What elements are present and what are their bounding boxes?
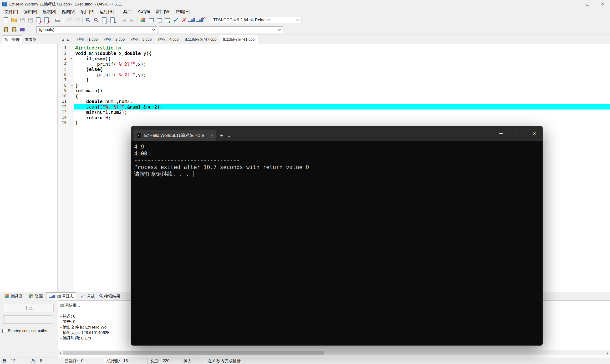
menu-window[interactable]: 窗口[W] — [153, 8, 173, 15]
code-line-12[interactable]: 12 scanf("%lf%lf",&num1,&num2); — [58, 104, 610, 110]
menu-help[interactable]: 帮助[H] — [173, 8, 192, 15]
report-tab-debug[interactable]: 调试 — [77, 292, 97, 300]
menu-view[interactable]: 视图[V] — [59, 8, 78, 15]
goto-line-button[interactable] — [108, 16, 117, 24]
console-close-button[interactable] — [526, 126, 542, 141]
compile-and-run-button[interactable] — [163, 16, 171, 24]
close-file-button[interactable] — [34, 16, 42, 24]
editor-tab-4[interactable]: 作业五4.cpp — [155, 35, 182, 44]
editor-tab-6[interactable]: 9.11编程练习1.cpp — [220, 35, 258, 44]
console-window[interactable]: E:\Hello World\9.11编程练习1.e + 4 94.00----… — [131, 126, 543, 346]
open-file-button[interactable] — [10, 16, 18, 24]
back-button[interactable] — [120, 16, 128, 24]
token: void — [75, 51, 86, 56]
compiler-combobox[interactable]: TDM-GCC 4.9.2 64-bit Release — [211, 17, 301, 23]
delete-profiling-button[interactable] — [196, 16, 204, 24]
print-button[interactable] — [54, 16, 62, 24]
code-line-15[interactable]: 15} — [58, 120, 610, 126]
abort-button[interactable]: 中止 — [4, 304, 54, 312]
code-line-10[interactable]: 10{ — [58, 93, 610, 99]
editor-tab-2[interactable]: 作业五2.cpp — [101, 35, 128, 44]
code-line-7[interactable]: 7 } — [58, 77, 610, 83]
editor-tab-3[interactable]: 作业五3.cpp — [128, 35, 155, 44]
editor-tab-5[interactable]: 8.11编程练习7.cpp — [182, 35, 220, 44]
debug-button[interactable] — [171, 16, 179, 24]
goto-definition-button[interactable] — [10, 26, 18, 34]
report-tab-resources[interactable]: 资源 — [26, 293, 45, 300]
find-in-files-button[interactable] — [100, 16, 108, 24]
console-maximize-button[interactable] — [509, 126, 526, 141]
menu-search[interactable]: 搜索[S] — [40, 8, 59, 15]
tab-scroll-left-button[interactable]: ◀ — [60, 38, 66, 43]
class-browser-button[interactable] — [18, 26, 26, 34]
save-all-button[interactable] — [26, 16, 34, 24]
console-minimize-button[interactable] — [492, 126, 509, 141]
menu-edit[interactable]: 编辑[E] — [21, 8, 40, 15]
report-tab-search-results[interactable]: 搜索结果 — [98, 293, 123, 300]
fold-marker[interactable] — [68, 56, 74, 61]
globals-combobox-dropdown-button[interactable] — [150, 27, 157, 33]
replace-button[interactable] — [92, 16, 100, 24]
save-button[interactable] — [18, 16, 26, 24]
code-line-8[interactable]: 8} — [58, 83, 610, 88]
code-line-3[interactable]: 3 if(x<=y){ — [58, 56, 610, 61]
menu-file[interactable]: 文件[F] — [2, 8, 21, 15]
fold-marker[interactable] — [68, 51, 74, 56]
sidebar-tab-project[interactable]: 项目管理 — [2, 36, 22, 44]
code-line-6[interactable]: 6 printf("%.2lf",y); — [58, 72, 610, 78]
console-tab[interactable]: E:\Hello World\9.11编程练习1.e — [134, 130, 216, 141]
report-tab-compile-log[interactable]: 编译日志 — [46, 292, 76, 300]
rebuild-all-button[interactable] — [155, 16, 163, 24]
close-all-button[interactable] — [42, 16, 51, 24]
redo-button[interactable] — [73, 16, 81, 24]
find-button[interactable] — [84, 16, 92, 24]
members-combobox-dropdown-button[interactable] — [276, 27, 283, 33]
menu-project[interactable]: 项目[P] — [78, 8, 97, 15]
code-line-9[interactable]: 9int main() — [58, 88, 610, 93]
code-line-14[interactable]: 14 return 0; — [58, 115, 610, 120]
console-new-tab-button[interactable]: + — [220, 132, 224, 139]
profile-button[interactable] — [188, 16, 196, 24]
run-button[interactable] — [147, 16, 155, 24]
compile-button[interactable] — [139, 16, 147, 24]
menu-astyle[interactable]: AStyle — [135, 8, 153, 15]
code-line-4[interactable]: 4 printf("%.2lf",x); — [58, 61, 610, 67]
console-tab-close-button[interactable] — [210, 133, 213, 138]
console-body[interactable]: 4 94.00--------------------------------P… — [131, 141, 542, 345]
line-number: 14 — [58, 115, 68, 120]
editor-tab-1[interactable]: 作业五1.cpp — [74, 35, 101, 44]
fold-marker[interactable] — [68, 93, 74, 99]
abort-compilation-button[interactable] — [179, 16, 188, 24]
log-horizontal-scrollbar[interactable]: ◀ ▶ — [58, 351, 610, 355]
menu-run[interactable]: 运行[R] — [97, 8, 116, 15]
globals-combobox[interactable]: (globals) — [37, 26, 157, 33]
code-line-11[interactable]: 11 double num1,num2; — [58, 99, 610, 104]
menu-tools[interactable]: 工具[T] — [116, 8, 135, 15]
code-text: int main() — [74, 88, 610, 93]
shorten-paths-option[interactable]: Shorten compiler paths — [2, 329, 47, 333]
minimize-button[interactable] — [565, 0, 580, 8]
scroll-left-arrow-icon[interactable]: ◀ — [58, 351, 63, 355]
compiler-combobox-dropdown-button[interactable] — [295, 17, 301, 23]
sidebar-tab-classes[interactable]: 查看类 — [22, 36, 39, 44]
restore-button[interactable] — [580, 0, 595, 8]
profile-icon — [188, 18, 195, 22]
tab-scroll-right-button[interactable]: ▶ — [66, 38, 71, 43]
code-line-13[interactable]: 13 min(num1,num2); — [58, 109, 610, 115]
console-tab-dropdown-button[interactable] — [227, 134, 230, 138]
fold-marker — [68, 115, 74, 120]
close-button[interactable] — [595, 0, 610, 8]
forward-button[interactable] — [128, 16, 136, 24]
goto-declaration-button[interactable] — [2, 26, 10, 34]
undo-button[interactable] — [65, 16, 73, 24]
code-line-2[interactable]: 2void min(double x,double y){ — [58, 51, 610, 56]
code-line-5[interactable]: 5 }else{ — [58, 67, 610, 72]
project-panel[interactable] — [0, 44, 58, 292]
new-source-button[interactable] — [2, 16, 10, 24]
shorten-paths-checkbox[interactable] — [2, 329, 6, 333]
members-combobox[interactable] — [159, 26, 283, 33]
code-line-1[interactable]: 1#include<stdio.h> — [58, 45, 610, 51]
report-tab-compiler[interactable]: 编译器 — [2, 293, 25, 300]
scrollbar-thumb[interactable] — [63, 351, 324, 355]
scroll-right-arrow-icon[interactable]: ▶ — [605, 351, 610, 355]
